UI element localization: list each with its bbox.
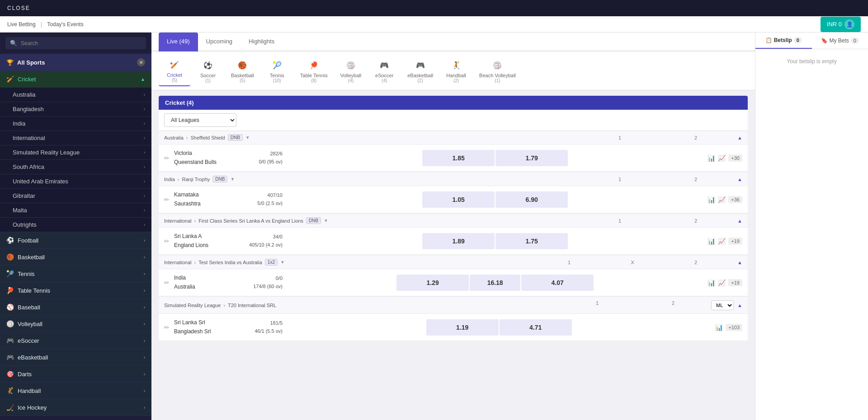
sport-icon-handball[interactable]: 🤾 Handball (2) bbox=[440, 56, 472, 86]
sport-icon-volleyball[interactable]: 🏐 Volleyball (4) bbox=[335, 56, 367, 86]
sport-icon-beach-volleyball[interactable]: 🏐 Beach Volleyball (1) bbox=[474, 56, 521, 86]
breadcrumb-today[interactable]: Today's Events bbox=[47, 21, 83, 28]
sidebar-item-handball[interactable]: 🤾 Handball › bbox=[0, 383, 151, 399]
odds-btn-1[interactable]: 1.05 bbox=[422, 191, 495, 208]
user-icon: 👤 bbox=[844, 19, 854, 29]
edit-icon[interactable]: ✏ bbox=[164, 238, 170, 245]
score2: 405/10 (4.2 ov) bbox=[246, 241, 283, 249]
more-badge[interactable]: +36 bbox=[728, 196, 742, 203]
sport-icon-ebasketball[interactable]: 🎮 eBasketball (2) bbox=[402, 56, 439, 86]
collapse-icon[interactable]: ▲ bbox=[737, 303, 742, 308]
sport-icon-esoccer[interactable]: 🎮 eSoccer (4) bbox=[368, 56, 400, 86]
odds-btn-2[interactable]: 1.75 bbox=[495, 233, 568, 249]
sidebar-sub-srl[interactable]: Simulated Reality League › bbox=[0, 145, 151, 160]
market-badge[interactable]: DNB bbox=[228, 134, 243, 141]
sidebar-item-all-sports[interactable]: 🏆 All Sports ✕ bbox=[0, 54, 151, 71]
more-badge[interactable]: +19 bbox=[728, 279, 742, 286]
odds-btn-1[interactable]: 1.85 bbox=[422, 150, 495, 166]
ml-select[interactable]: ML bbox=[711, 300, 734, 310]
league-country: International bbox=[164, 218, 192, 224]
close-button[interactable]: CLOSE bbox=[7, 5, 30, 11]
stats-icon[interactable]: 📊 bbox=[708, 238, 715, 245]
esoccer-label: eSoccer bbox=[18, 337, 39, 344]
sidebar-sub-gibraltar[interactable]: Gibraltar › bbox=[0, 189, 151, 203]
sidebar-item-basketball[interactable]: 🏀 Basketball › bbox=[0, 249, 151, 266]
odds-btn-x[interactable]: 16.18 bbox=[470, 275, 520, 291]
match-group-header-intl-1: International › First Class Series Sri L… bbox=[159, 214, 748, 228]
odds-btn-2[interactable]: 1.79 bbox=[495, 150, 568, 166]
sidebar-sub-outrights[interactable]: Outrights › bbox=[0, 218, 151, 232]
handball-label: Handball bbox=[18, 387, 41, 394]
stats-icon[interactable]: 📊 bbox=[708, 154, 715, 162]
tab-mybets[interactable]: 🔖 My Bets 0 bbox=[812, 33, 868, 49]
sidebar-sub-malta[interactable]: Malta › bbox=[0, 203, 151, 218]
chevron-down-icon[interactable]: ▼ bbox=[245, 135, 250, 140]
sidebar-item-esoccer[interactable]: 🎮 eSoccer › bbox=[0, 332, 151, 349]
chevron-down-icon[interactable]: ▼ bbox=[324, 218, 328, 223]
sport-icon-soccer[interactable]: ⚽ Soccer (1) bbox=[192, 56, 224, 86]
team2-name: Saurashtra bbox=[174, 200, 246, 208]
chart-icon[interactable]: 📈 bbox=[718, 238, 726, 245]
sport-icon-tennis[interactable]: 🎾 Tennis (10) bbox=[261, 56, 293, 86]
tabs-bar: Live (49) Upcoming Highlights bbox=[151, 33, 755, 51]
search-input[interactable] bbox=[21, 40, 142, 47]
collapse-icon[interactable]: ▲ bbox=[737, 260, 742, 265]
tab-betslip[interactable]: 📋 Betslip 0 bbox=[755, 33, 812, 49]
edit-icon[interactable]: ✏ bbox=[164, 279, 170, 286]
match-actions: 📊 📈 +36 bbox=[708, 196, 742, 203]
collapse-icon[interactable]: ▲ bbox=[737, 135, 742, 140]
stats-icon[interactable]: 📊 bbox=[715, 324, 723, 331]
sidebar-sub-international[interactable]: International › bbox=[0, 131, 151, 145]
sport-icon-basketball[interactable]: 🏀 Basketball (5) bbox=[226, 56, 259, 86]
market-badge[interactable]: DNB bbox=[306, 217, 321, 224]
more-badge[interactable]: +30 bbox=[728, 154, 742, 162]
chart-icon[interactable]: 📈 bbox=[718, 279, 726, 286]
sidebar-item-cricket[interactable]: 🏏 Cricket ▲ bbox=[0, 71, 151, 88]
tab-highlights[interactable]: Highlights bbox=[241, 33, 283, 51]
sidebar-item-baseball[interactable]: ⚾ Baseball › bbox=[0, 299, 151, 316]
odds-btn-2[interactable]: 6.90 bbox=[495, 191, 568, 208]
sidebar-item-football[interactable]: ⚽ Football › bbox=[0, 232, 151, 249]
odds-btn-1[interactable]: 1.19 bbox=[426, 319, 499, 336]
market-badge[interactable]: 1x2 bbox=[265, 259, 278, 266]
chart-icon[interactable]: 📈 bbox=[718, 196, 726, 203]
tab-upcoming[interactable]: Upcoming bbox=[198, 33, 241, 51]
sidebar-item-tabletennis[interactable]: 🏓 Table Tennis › bbox=[0, 282, 151, 299]
sidebar-sub-bangladesh[interactable]: Bangladesh › bbox=[0, 102, 151, 117]
close-x-icon[interactable]: ✕ bbox=[137, 58, 145, 66]
odds-btn-1[interactable]: 1.29 bbox=[396, 275, 469, 291]
chevron-down-icon[interactable]: ▼ bbox=[280, 260, 285, 265]
sidebar-item-ebasketball[interactable]: 🎮 eBasketball › bbox=[0, 349, 151, 366]
market-badge[interactable]: DNB bbox=[212, 176, 227, 182]
sport-icon-tabletennis[interactable]: 🏓 Table Tennis (8) bbox=[295, 56, 333, 86]
more-badge[interactable]: +103 bbox=[726, 324, 742, 331]
sidebar-item-icehockey[interactable]: 🏒 Ice Hockey › bbox=[0, 399, 151, 416]
tab-live[interactable]: Live (49) bbox=[159, 33, 198, 51]
edit-icon[interactable]: ✏ bbox=[164, 324, 170, 331]
breadcrumb-live[interactable]: Live Betting bbox=[7, 21, 36, 28]
sidebar-sub-australia[interactable]: Australia › bbox=[0, 88, 151, 102]
basketball-icon: 🏀 bbox=[236, 58, 249, 72]
sport-icon-cricket[interactable]: 🏏 Cricket (5) bbox=[159, 55, 190, 86]
chevron-down-icon[interactable]: ▼ bbox=[230, 177, 235, 182]
more-badge[interactable]: +19 bbox=[728, 238, 742, 245]
sidebar-item-tennis[interactable]: 🎾 Tennis › bbox=[0, 266, 151, 282]
search-bar[interactable]: 🔍 bbox=[5, 37, 146, 49]
stats-icon[interactable]: 📊 bbox=[708, 279, 715, 286]
stats-icon[interactable]: 📊 bbox=[708, 196, 715, 203]
sidebar-sub-uae[interactable]: United Arab Emirates › bbox=[0, 174, 151, 189]
chart-icon[interactable]: 📈 bbox=[718, 154, 726, 162]
sidebar-item-darts[interactable]: 🎯 Darts › bbox=[0, 366, 151, 383]
sidebar-item-volleyball[interactable]: 🏐 Volleyball › bbox=[0, 316, 151, 332]
odds-btn-2[interactable]: 4.07 bbox=[521, 275, 594, 291]
edit-icon[interactable]: ✏ bbox=[164, 196, 170, 203]
inr-button[interactable]: INR 0 👤 bbox=[821, 17, 861, 32]
league-select[interactable]: All Leagues bbox=[164, 113, 236, 127]
odds-btn-1[interactable]: 1.89 bbox=[422, 233, 495, 249]
sidebar-sub-south-africa[interactable]: South Africa › bbox=[0, 160, 151, 174]
odds-btn-2[interactable]: 4.71 bbox=[500, 319, 572, 336]
collapse-icon[interactable]: ▲ bbox=[737, 177, 742, 182]
edit-icon[interactable]: ✏ bbox=[164, 154, 170, 162]
sidebar-sub-india[interactable]: India › bbox=[0, 117, 151, 131]
collapse-icon[interactable]: ▲ bbox=[737, 218, 742, 224]
